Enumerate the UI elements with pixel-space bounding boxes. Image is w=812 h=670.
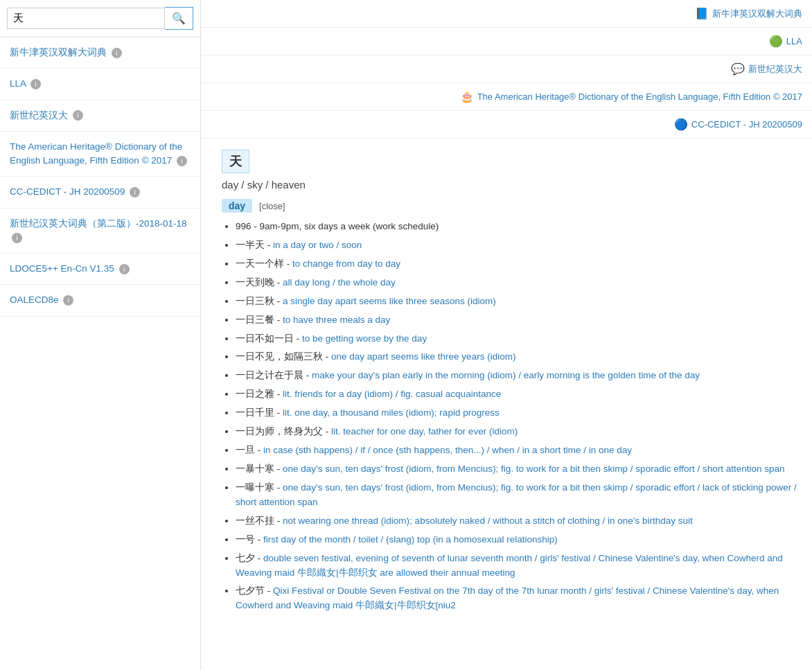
def-sep: -	[306, 370, 312, 380]
info-icon-xinshi[interactable]: i	[73, 110, 83, 121]
def-sep: -	[326, 351, 331, 362]
sidebar-item-ldoce[interactable]: LDOCE5++ En-Cn V1.35 i	[0, 254, 200, 285]
def-en: lit. one day, a thousand miles (idiom); …	[283, 407, 500, 418]
def-sep: -	[277, 464, 283, 474]
sidebar-item-cccedict[interactable]: CC-CEDICT - JH 20200509 i	[0, 177, 200, 208]
sidebar-item-oalecd-label: OALECD8e	[10, 294, 59, 305]
def-zh: 一日不如一日	[236, 333, 294, 344]
def-zh: 一日为师，终身为父	[236, 426, 323, 437]
def-sep: -	[258, 553, 263, 563]
xinniu-header-label[interactable]: 新牛津英汉双解大词典	[712, 8, 802, 20]
def-zh: 一日不见，如隔三秋	[236, 351, 323, 362]
sidebar-item-oalecd[interactable]: OALECD8e i	[0, 285, 200, 316]
header-bar-cccedict: 🔵 CC-CEDICT - JH 20200509	[201, 111, 812, 139]
search-button[interactable]: 🔍	[165, 7, 193, 30]
info-icon-lla[interactable]: i	[30, 79, 41, 89]
def-zh: 一日千里	[236, 407, 274, 418]
def-en: to be getting worse by the day	[302, 333, 427, 344]
info-icon-heritage[interactable]: i	[177, 156, 187, 166]
sidebar-item-lla[interactable]: LLA i	[0, 69, 200, 100]
def-sep: -	[277, 407, 283, 418]
def-sep: -	[326, 426, 331, 437]
list-item: 一日千里 - lit. one day, a thousand miles (i…	[236, 406, 798, 421]
sidebar-item-xinhan-label: 新世纪汉英大词典（第二版）-2018-01-18	[10, 218, 187, 229]
sidebar-item-xinniu[interactable]: 新牛津英汉双解大词典 i	[0, 37, 200, 69]
character-display: 天	[222, 150, 249, 173]
def-en: make your day's plan early in the mornin…	[312, 370, 700, 380]
lla-header-icon: 🟢	[769, 35, 783, 48]
def-sep: -	[277, 482, 283, 493]
def-zh: 一天一个样	[236, 258, 284, 269]
sidebar-item-xinhan[interactable]: 新世纪汉英大词典（第二版）-2018-01-18 i	[0, 209, 200, 254]
def-sep: -	[267, 240, 273, 250]
def-zh: 一号	[236, 534, 255, 545]
list-item: 一日为师，终身为父 - lit. teacher for one day, fa…	[236, 425, 798, 439]
xinshi-header-icon: 💬	[731, 62, 745, 76]
info-icon-ldoce[interactable]: i	[119, 264, 130, 274]
sidebar-item-xinshi-label: 新世纪英汉大	[10, 110, 68, 121]
list-item: 一日三秋 - a single day apart seems like thr…	[236, 294, 798, 309]
def-zh: 七夕	[236, 553, 255, 563]
sidebar-item-ldoce-label: LDOCE5++ En-Cn V1.35	[10, 263, 114, 274]
list-item: 七夕 - double seven festival, evening of s…	[236, 552, 798, 581]
header-bar-lla: 🟢 LLA	[201, 28, 812, 55]
close-link[interactable]: [close]	[259, 201, 285, 211]
day-tab[interactable]: day	[222, 199, 252, 213]
content-area: 天 day / sky / heaven day [close] 996 - 9…	[201, 139, 812, 670]
main: 📘 新牛津英汉双解大词典 🟢 LLA 💬 新世纪英汉大 🎂 The Americ…	[201, 0, 812, 670]
def-zh: 一暴十寒	[236, 464, 274, 474]
search-input[interactable]: 天	[7, 8, 165, 29]
heritage-header-icon: 🎂	[460, 90, 474, 103]
search-bar: 天 🔍	[0, 0, 200, 37]
cccedict-header-label[interactable]: CC-CEDICT - JH 20200509	[691, 119, 802, 130]
list-item: 一天到晚 - all day long / the whole day	[236, 276, 798, 290]
def-en: a single day apart seems like three seas…	[283, 296, 496, 306]
def-sep: -	[258, 534, 263, 545]
def-en: one day's sun, ten days' frost (idiom, f…	[283, 464, 785, 474]
info-icon-cccedict[interactable]: i	[130, 187, 140, 197]
def-en: one day apart seems like three years (id…	[331, 351, 515, 362]
tab-row: day [close]	[222, 199, 798, 213]
definition-list: 996 - 9am-9pm, six days a week (work sch…	[222, 220, 798, 613]
list-item: 一暴十寒 - one day's sun, ten days' frost (i…	[236, 462, 798, 477]
header-bar-xinshi: 💬 新世纪英汉大	[201, 55, 812, 83]
list-item: 一日不见，如隔三秋 - one day apart seems like thr…	[236, 350, 798, 364]
list-item: 一日三餐 - to have three meals a day	[236, 313, 798, 328]
def-zh: 一旦	[236, 445, 255, 455]
def-zh: 一日之雅	[236, 389, 274, 399]
list-item: 一旦 - in case (sth happens) / if / once (…	[236, 443, 798, 458]
list-item: 一丝不挂 - not wearing one thread (idiom); a…	[236, 514, 798, 529]
info-icon-oalecd[interactable]: i	[63, 295, 73, 306]
sidebar-item-xinshi[interactable]: 新世纪英汉大 i	[0, 100, 200, 132]
def-en: one day's sun, ten days' frost (idiom, f…	[236, 482, 797, 507]
def-en: double seven festival, evening of sevent…	[236, 553, 783, 578]
list-item: 一曝十寒 - one day's sun, ten days' frost (i…	[236, 481, 798, 510]
def-sep: -	[267, 585, 273, 596]
sidebar-item-lla-label: LLA	[10, 78, 26, 89]
cccedict-header-icon: 🔵	[674, 118, 688, 131]
pinyin-line: day / sky / heaven	[222, 179, 798, 191]
xinniu-header-icon: 📘	[695, 7, 709, 20]
def-en: lit. friends for a day (idiom) / fig. ca…	[283, 389, 501, 399]
def-en: not wearing one thread (idiom); absolute…	[283, 515, 693, 526]
info-icon-xinniu[interactable]: i	[112, 48, 122, 58]
def-zh: 一日三餐	[236, 315, 274, 325]
def-zh: 996 - 9am-9pm, six days a week (work sch…	[236, 221, 439, 231]
sidebar-item-heritage-label: The American Heritage® Dictionary of the…	[10, 141, 182, 166]
def-en: all day long / the whole day	[283, 277, 396, 288]
info-icon-xinhan[interactable]: i	[12, 233, 22, 243]
lla-header-label[interactable]: LLA	[786, 36, 802, 46]
def-sep: -	[297, 333, 302, 344]
list-item: 一号 - first day of the month / toilet / (…	[236, 533, 798, 547]
sidebar-item-heritage[interactable]: The American Heritage® Dictionary of the…	[0, 132, 200, 177]
def-en: to have three meals a day	[283, 315, 390, 325]
heritage-header-label[interactable]: The American Heritage® Dictionary of the…	[477, 91, 802, 102]
list-item: 一天一个样 - to change from day to day	[236, 257, 798, 272]
def-sep: -	[277, 315, 283, 325]
def-en: first day of the month / toilet / (slang…	[263, 534, 558, 545]
def-zh: 一半天	[236, 240, 265, 250]
sidebar-item-xinniu-label: 新牛津英汉双解大词典	[10, 47, 107, 58]
xinshi-header-label[interactable]: 新世纪英汉大	[748, 63, 802, 76]
def-en: in a day or two / soon	[273, 240, 362, 250]
dict-list: 新牛津英汉双解大词典 i LLA i 新世纪英汉大 i The American…	[0, 37, 200, 670]
